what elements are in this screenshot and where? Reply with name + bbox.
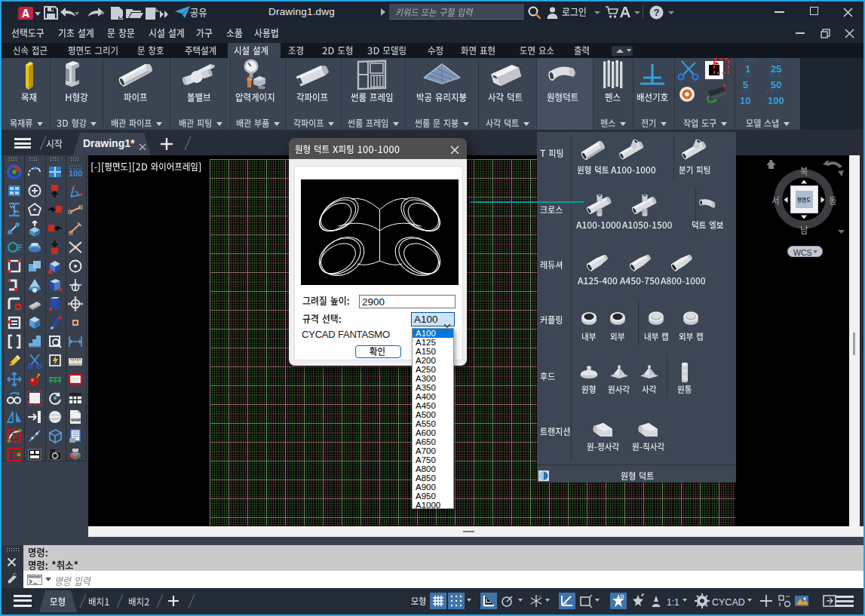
svg-text:P: P	[12, 450, 17, 459]
svg-text:?: ?	[654, 7, 660, 18]
svg-text:100: 100	[69, 169, 82, 178]
svg-text:P: P	[12, 431, 17, 440]
svg-text:WMF: WMF	[71, 418, 82, 422]
